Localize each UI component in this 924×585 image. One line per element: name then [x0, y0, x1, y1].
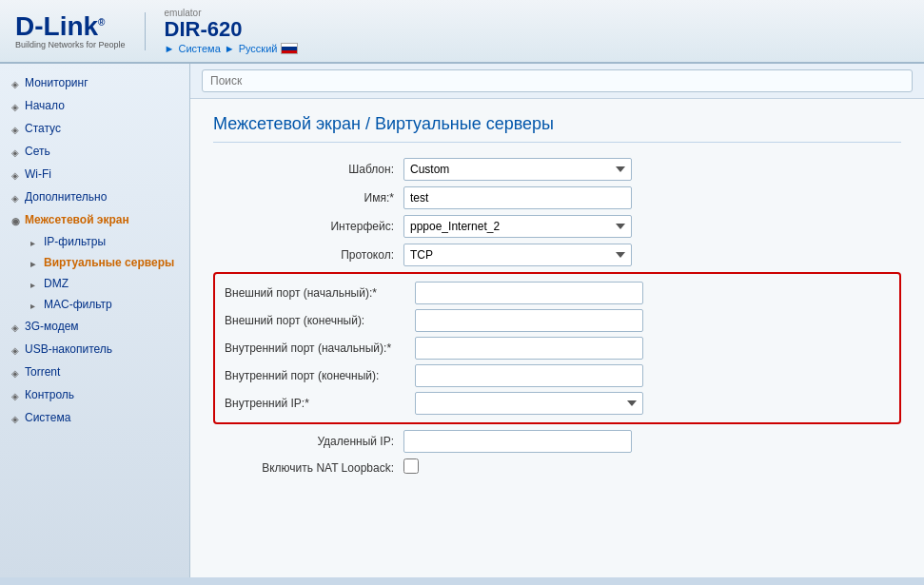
protocol-label: Протокол:	[213, 248, 403, 262]
arrow-icon: ◈	[11, 147, 19, 155]
sidebar-item-status[interactable]: ◈ Статус	[0, 117, 189, 140]
sidebar-item-additional[interactable]: ◈ Дополнительно	[0, 185, 189, 208]
int-port-start-row: Внутренний порт (начальный):*	[225, 337, 890, 360]
interface-select[interactable]: pppoe_Internet_2	[403, 215, 632, 238]
sidebar-label: Начало	[25, 99, 65, 112]
arrow-icon: ▸	[30, 280, 38, 287]
sidebar-label: USB-накопитель	[25, 342, 112, 356]
remote-ip-input[interactable]	[403, 430, 632, 453]
remote-ip-control	[403, 430, 632, 453]
template-label: Шаблон:	[213, 163, 403, 176]
breadcrumb-item-2[interactable]: Русский	[239, 43, 278, 54]
logo-tagline: Building Networks for People	[15, 40, 126, 49]
name-control	[403, 186, 632, 209]
nat-loopback-control	[403, 458, 632, 477]
name-row: Имя:*	[213, 186, 901, 209]
arrow-icon: ◈	[11, 125, 19, 132]
arrow-icon: ◈	[11, 322, 19, 330]
breadcrumb-arrow: ►	[165, 43, 175, 54]
protocol-select[interactable]: TCP	[403, 244, 632, 266]
ext-port-end-input[interactable]	[415, 309, 643, 332]
sidebar-item-mac-filter[interactable]: ▸ MAC-фильтр	[23, 294, 189, 315]
int-port-end-control	[415, 364, 643, 387]
interface-row: Интерфейс: pppoe_Internet_2	[213, 215, 901, 238]
breadcrumb-item-1[interactable]: Система	[178, 43, 220, 54]
sidebar-item-wifi[interactable]: ◈ Wi-Fi	[0, 163, 189, 185]
model-label: DIR-620	[165, 18, 299, 41]
int-port-start-label: Внутренний порт (начальный):*	[225, 341, 415, 355]
int-ip-control	[415, 392, 643, 415]
sidebar-label: Сеть	[25, 145, 50, 158]
sidebar-label: MAC-фильтр	[44, 298, 112, 311]
arrow-icon: ▸	[30, 238, 38, 245]
sidebar-item-network[interactable]: ◈ Сеть	[0, 140, 189, 163]
name-label: Имя:*	[213, 191, 403, 205]
header-right: emulator DIR-620 ► Система ► Русский	[165, 8, 299, 54]
sidebar-item-3g[interactable]: ◈ 3G-модем	[0, 315, 189, 338]
sidebar-item-firewall[interactable]: ◉ Межсетевой экран	[0, 208, 189, 231]
content-area: Межсетевой экран / Виртуальные серверы Ш…	[190, 64, 924, 577]
int-ip-row: Внутренний IP:*	[225, 392, 890, 415]
int-port-start-input[interactable]	[415, 337, 643, 360]
int-port-end-input[interactable]	[415, 364, 643, 387]
sidebar-label: Мониторинг	[25, 76, 88, 89]
arrow-icon: ◈	[11, 102, 19, 109]
sidebar-item-system[interactable]: ◈ Система	[0, 406, 189, 429]
template-select[interactable]: Custom	[403, 158, 632, 181]
arrow-icon: ◈	[11, 345, 19, 353]
ext-port-end-label: Внешний порт (конечный):	[225, 314, 415, 327]
int-port-end-row: Внутренний порт (конечный):	[225, 364, 890, 387]
template-control: Custom	[403, 158, 632, 181]
header-divider	[145, 12, 146, 50]
arrow-icon: ◈	[11, 170, 19, 178]
sidebar-item-control[interactable]: ◈ Контроль	[0, 383, 189, 406]
sidebar-label: IP-фильтры	[44, 235, 106, 248]
int-port-end-label: Внутренний порт (конечный):	[225, 369, 415, 382]
int-ip-label: Внутренний IP:*	[225, 397, 415, 410]
sidebar-item-virtual-servers[interactable]: ▸ Виртуальные серверы	[23, 252, 189, 273]
arrow-icon: ▸	[30, 301, 38, 308]
protocol-control: TCP	[403, 244, 632, 266]
search-input[interactable]	[202, 69, 913, 92]
int-ip-select[interactable]	[415, 392, 643, 415]
nat-loopback-label: Включить NAT Loopback:	[213, 461, 403, 475]
sidebar-label: Контроль	[25, 388, 74, 401]
ext-port-end-control	[415, 309, 643, 332]
breadcrumb: ► Система ► Русский	[165, 43, 299, 54]
template-row: Шаблон: Custom	[213, 158, 901, 181]
search-bar	[190, 64, 924, 99]
ext-port-start-row: Внешний порт (начальный):*	[225, 282, 890, 304]
sidebar-sub-firewall: ▸ IP-фильтры ▸ Виртуальные серверы ▸ DMZ…	[0, 231, 189, 315]
flag-icon	[281, 43, 298, 54]
content-body: Межсетевой экран / Виртуальные серверы Ш…	[190, 99, 924, 497]
sidebar-item-home[interactable]: ◈ Начало	[0, 94, 189, 117]
sidebar-label: Дополнительно	[25, 190, 107, 204]
arrow-icon: ◈	[11, 391, 19, 399]
ext-port-start-input[interactable]	[415, 282, 643, 304]
sidebar-label: Статус	[25, 122, 61, 135]
sidebar-label: Межсетевой экран	[25, 213, 129, 226]
header: D-Link® Building Networks for People emu…	[0, 0, 924, 64]
sidebar-label: 3G-модем	[25, 320, 79, 333]
interface-control: pppoe_Internet_2	[403, 215, 632, 238]
nat-loopback-row: Включить NAT Loopback:	[213, 458, 901, 477]
sidebar-item-ip-filters[interactable]: ▸ IP-фильтры	[23, 231, 189, 252]
arrow-icon: ◈	[11, 193, 19, 201]
ext-port-start-control	[415, 282, 643, 304]
nat-loopback-checkbox[interactable]	[403, 458, 419, 474]
sidebar-item-usb[interactable]: ◈ USB-накопитель	[0, 338, 189, 361]
sidebar-item-dmz[interactable]: ▸ DMZ	[23, 273, 189, 294]
sidebar-item-torrent[interactable]: ◈ Torrent	[0, 361, 189, 383]
sidebar-label: Система	[25, 411, 70, 424]
ports-section: Внешний порт (начальный):* Внешний порт …	[213, 272, 901, 424]
name-input[interactable]	[403, 186, 632, 209]
int-port-start-control	[415, 337, 643, 360]
protocol-row: Протокол: TCP	[213, 244, 901, 266]
sidebar-label: Виртуальные серверы	[44, 256, 174, 269]
sidebar-item-monitoring[interactable]: ◈ Мониторинг	[0, 71, 189, 94]
ext-port-end-row: Внешний порт (конечный):	[225, 309, 890, 332]
arrow-icon: ◈	[11, 414, 19, 421]
page-title: Межсетевой экран / Виртуальные серверы	[213, 114, 901, 143]
logo-area: D-Link® Building Networks for People	[15, 13, 126, 49]
remote-ip-row: Удаленный IP:	[213, 430, 901, 453]
